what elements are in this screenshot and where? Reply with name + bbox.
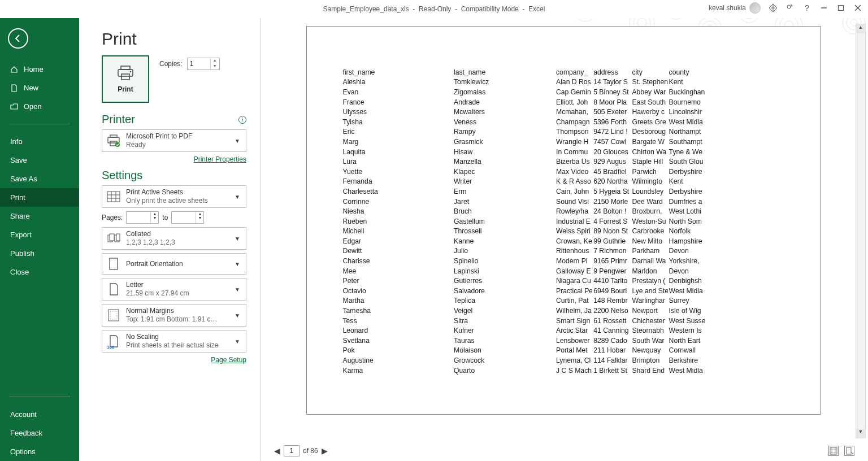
sidebar-item-print[interactable]: Print: [0, 188, 79, 207]
scroll-up[interactable]: ▲: [856, 24, 865, 33]
user-name: keval shukla: [709, 4, 746, 12]
sidebar-item-label: Options: [10, 447, 36, 456]
print-button-label: Print: [118, 85, 133, 93]
zoom-to-page-button[interactable]: [844, 446, 854, 456]
table-row: SvetlanaTaurasLensbower8289 CadoSouth Wa…: [342, 336, 785, 346]
current-page-input[interactable]: [284, 445, 300, 456]
copies-spinner[interactable]: ▲▼: [187, 58, 220, 70]
table-row: FernandaWriterK & R Asso620 NorthaWilmin…: [342, 177, 785, 187]
column-header: last_name: [453, 67, 555, 77]
account-user[interactable]: keval shukla: [709, 2, 761, 14]
maximize-button[interactable]: [836, 3, 845, 12]
orientation-selector[interactable]: Portrait Orientation ▼: [102, 253, 246, 275]
copies-input[interactable]: [188, 59, 210, 69]
preview-scrollbar[interactable]: ▲ ▼: [856, 24, 866, 438]
document-title: Sample_Employee_data_xls - Read-Only - C…: [323, 5, 545, 13]
sidebar-item-home[interactable]: Home: [0, 60, 79, 79]
sidebar-item-account[interactable]: Account: [0, 405, 79, 424]
table-row: AugustineGrowcockLynema, Cl114 FalklarBr…: [342, 355, 785, 366]
table-row: LeonardKufnerArctic Star41 CanningSteorn…: [342, 325, 785, 336]
margins-icon: [106, 307, 121, 323]
sidebar-item-label: Save: [10, 156, 27, 164]
table-row: UlyssesMcwaltersMcmahan,505 ExeterHawerb…: [342, 107, 785, 117]
table-row: YuetteKlapecMax Video45 BradfielParwichD…: [342, 167, 785, 177]
table-row: TyishaVenessChampagn5396 ForthGreets Gre…: [342, 117, 785, 127]
sidebar-item-save[interactable]: Save: [0, 151, 79, 169]
chevron-down-icon: ▼: [232, 236, 242, 242]
table-row: EdgarKanneCrowan, Ke99 GuthrieNew MiltoH…: [342, 236, 785, 246]
margins-selector[interactable]: Normal MarginsTop: 1.91 cm Bottom: 1.91 …: [102, 304, 246, 327]
sidebar-item-label: Save As: [10, 175, 37, 183]
next-page-button[interactable]: ▶: [322, 446, 328, 455]
page-setup-link[interactable]: Page Setup: [211, 356, 246, 364]
new-icon: [10, 84, 18, 92]
preview-page: first_namelast_namecompany_addresscityco…: [306, 26, 821, 415]
column-header: city: [631, 67, 667, 77]
sidebar-item-label: New: [24, 84, 38, 92]
sidebar-item-saveas[interactable]: Save As: [0, 169, 79, 188]
sidebar-separator: [9, 397, 70, 397]
table-row: FranceAndradeElliott, Joh8 Moor PlaEast …: [342, 97, 785, 107]
table-row: PokMolaisonPortal Met211 HobarNewquayCor…: [342, 346, 785, 356]
pages-from-spinner[interactable]: ▲▼: [126, 211, 159, 224]
back-button[interactable]: [8, 28, 28, 49]
sidebar-item-export[interactable]: Export: [0, 225, 79, 244]
pages-to-spinner[interactable]: ▲▼: [171, 211, 204, 224]
chevron-down-icon: ▼: [232, 194, 242, 200]
table-row: AleshiaTomkiewiczAlan D Ros14 Taylor SSt…: [342, 77, 785, 88]
print-button[interactable]: Print: [102, 55, 149, 103]
chevron-down-icon: ▼: [232, 286, 242, 293]
paper-size-selector[interactable]: Letter21.59 cm x 27.94 cm ▼: [102, 278, 246, 301]
scroll-down[interactable]: ▼: [856, 429, 865, 438]
page-icon: [106, 281, 121, 297]
printer-selector[interactable]: Microsoft Print to PDFReady ▼: [102, 129, 246, 152]
svg-rect-42: [110, 234, 114, 241]
table-row: MichellThrossellWeiss Spiri89 Noon StCar…: [342, 227, 785, 237]
svg-rect-44: [116, 234, 120, 241]
svg-rect-47: [110, 311, 117, 319]
spinner-up[interactable]: ▲: [211, 58, 219, 64]
scaling-selector[interactable]: 100 No ScalingPrint sheets at their actu…: [102, 330, 246, 353]
column-header: company_: [555, 67, 592, 77]
sidebar-item-label: Open: [24, 102, 42, 111]
table-row: LaquitaHisawIn Commu20 GloucesChirton Wa…: [342, 147, 785, 157]
backstage-sidebar: Home New Open Info Save Save As Print Sh…: [0, 18, 79, 461]
sidebar-item-feedback[interactable]: Feedback: [0, 424, 79, 442]
settings-heading: Settings: [102, 169, 142, 182]
minimize-button[interactable]: [819, 3, 828, 12]
svg-rect-48: [830, 447, 837, 454]
svg-rect-29: [118, 69, 133, 76]
column-header: county: [668, 67, 785, 77]
printer-icon: [116, 65, 135, 82]
svg-rect-36: [107, 192, 120, 202]
avatar: [749, 2, 761, 14]
sidebar-item-close[interactable]: Close: [0, 263, 79, 281]
svg-rect-33: [110, 135, 117, 137]
printer-properties-link[interactable]: Printer Properties: [194, 155, 246, 163]
table-row: LuraManzellaBizerba Us929 AugusStaple Hi…: [342, 156, 785, 167]
help-icon[interactable]: ?: [802, 3, 811, 12]
print-what-selector[interactable]: Print Active SheetsOnly print the active…: [102, 185, 246, 208]
close-button[interactable]: [853, 3, 862, 12]
sidebar-item-label: Export: [10, 230, 32, 239]
info-icon[interactable]: i: [238, 116, 246, 124]
table-row: TessSitraSmart Sign61 RossettChichesterW…: [342, 316, 785, 326]
printer-heading: Printer: [102, 113, 135, 126]
sidebar-item-info[interactable]: Info: [0, 132, 79, 151]
column-header: address: [592, 67, 631, 77]
table-row: KarmaQuartoJ C S Mach1 Birkett StShard E…: [342, 366, 785, 376]
svg-point-31: [130, 71, 131, 72]
sidebar-item-options[interactable]: Options: [0, 442, 79, 461]
sidebar-item-publish[interactable]: Publish: [0, 244, 79, 263]
spinner-down[interactable]: ▼: [211, 64, 219, 69]
sidebar-item-share[interactable]: Share: [0, 207, 79, 225]
prev-page-button[interactable]: ◀: [274, 446, 280, 455]
share-icon[interactable]: [785, 3, 795, 12]
diamond-icon[interactable]: [769, 3, 778, 12]
show-margins-button[interactable]: [828, 446, 839, 456]
sidebar-item-new[interactable]: New: [0, 79, 79, 97]
portrait-icon: [106, 256, 121, 272]
sidebar-item-open[interactable]: Open: [0, 97, 79, 116]
sidebar-separator: [9, 124, 70, 124]
collation-selector[interactable]: Collated1,2,3 1,2,3 1,2,3 ▼: [102, 227, 246, 250]
